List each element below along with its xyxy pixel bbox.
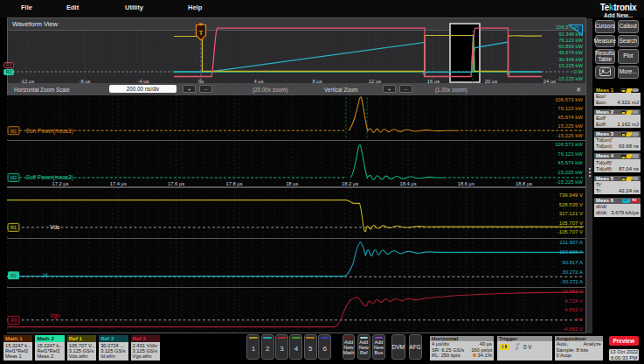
svg-text:4 µs: 4 µs [253,79,263,84]
svg-text:45.674 kW: 45.674 kW [557,161,583,166]
svg-text:76.123 kW: 76.123 kW [557,151,583,157]
svg-text:90.817 A: 90.817 A [562,260,583,265]
svg-text:76.123 kW: 76.123 kW [557,105,583,110]
svg-text:Vgs: Vgs [50,313,60,320]
svg-text:9.724 V: 9.724 V [564,298,583,304]
svg-text:14.583 V: 14.583 V [562,289,583,294]
svg-text:15.225 kW: 15.225 kW [558,63,583,68]
svg-text:-15.225 kW: -15.225 kW [557,76,583,81]
svg-text:76.123 kW: 76.123 kW [558,38,583,43]
svg-text:-4 µs: -4 µs [137,79,149,84]
svg-text:105.707 V: 105.707 V [559,220,583,225]
svg-text:20 µs: 20 µs [485,79,497,84]
svg-text:0 V: 0 V [575,317,583,322]
svg-text:30.449 kW: 30.449 kW [558,57,583,62]
svg-text:150.588 A: 150.588 A [559,250,583,256]
svg-text:M2: M2 [10,176,17,181]
svg-text:0s: 0s [198,79,204,84]
svg-text:-15.225 kW: -15.225 kW [556,132,583,137]
svg-text:317.121 V: 317.121 V [559,211,583,216]
svg-text:T: T [199,29,204,37]
svg-text:M1: M1 [10,128,17,133]
svg-text:24 µs: 24 µs [544,79,556,84]
svg-text:R3: R3 [10,318,17,323]
svg-text:528.535 V: 528.535 V [559,201,583,206]
svg-text:-15.225 kW: -15.225 kW [556,180,583,186]
svg-text:12 µs: 12 µs [369,79,381,84]
svg-text:45.674 kW: 45.674 kW [558,50,583,55]
svg-text:R1: R1 [10,225,17,230]
svg-text:30.272 A: 30.272 A [562,270,583,275]
svg-text:8 µs: 8 µs [312,79,322,84]
svg-text:15.225 kW: 15.225 kW [557,171,583,176]
svg-text:739.949 V: 739.949 V [559,192,583,198]
svg-text:211.907 A: 211.907 A [559,241,583,246]
svg-text:-8 µs: -8 µs [79,79,90,84]
svg-text:4.862 V: 4.862 V [564,308,583,313]
svg-text:Eon Power(meas1): Eon Power(meas1) [26,127,73,134]
svg-text:-30.272 A: -30.272 A [560,279,583,284]
svg-text:R2: R2 [10,273,17,278]
svg-text:Id: Id [43,272,48,278]
svg-text:106.573 kW: 106.573 kW [555,96,583,102]
svg-text:-12 µs: -12 µs [20,79,34,84]
svg-text:60.899 kW: 60.899 kW [558,44,583,49]
svg-text:16 µs: 16 µs [427,79,440,84]
svg-text:-105.707 V: -105.707 V [557,229,583,234]
svg-text:Vds: Vds [50,224,60,230]
svg-text:45.674 kW: 45.674 kW [557,115,583,120]
svg-text:-4.862 V: -4.862 V [563,326,583,332]
svg-text:0 W: 0 W [574,69,584,74]
svg-text:15.225 kW: 15.225 kW [557,123,583,129]
svg-text:106.573 kW: 106.573 kW [555,142,583,147]
